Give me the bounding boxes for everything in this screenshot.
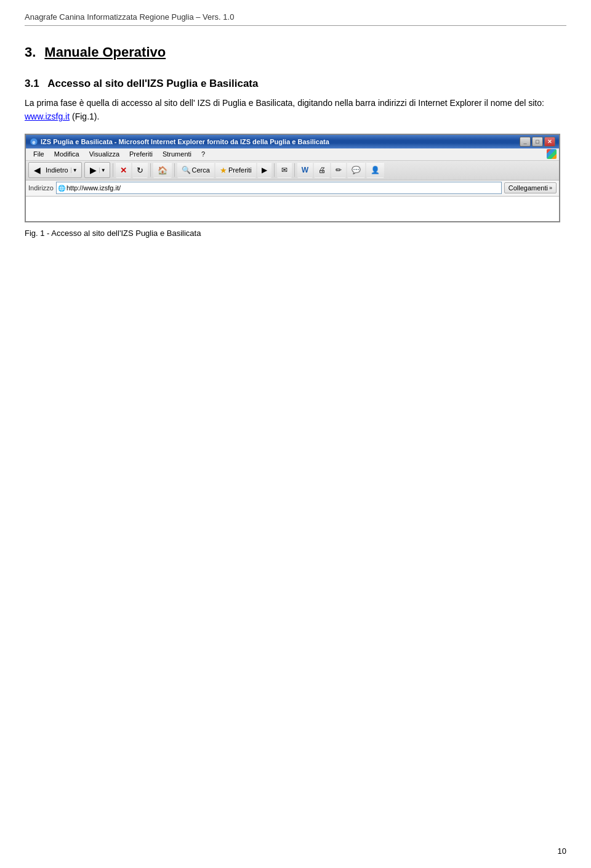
contact-icon: 👤: [371, 166, 380, 174]
figure-caption: Fig. 1 - Accesso al sito dell'IZS Puglia…: [25, 229, 566, 238]
menu-preferiti[interactable]: Preferiti: [124, 150, 158, 158]
forward-arrow-icon: ▶: [87, 165, 99, 175]
stop-button[interactable]: ✕: [116, 162, 131, 178]
address-lock-icon: 🌐: [58, 185, 65, 192]
section-title: Manuale Operativo: [44, 44, 166, 60]
links-label: Collegamenti: [509, 184, 548, 192]
links-arrow-icon: »: [549, 185, 552, 191]
print-button[interactable]: 🖨: [314, 162, 330, 178]
address-input-wrap[interactable]: 🌐: [56, 182, 502, 194]
header-title: Anagrafe Canina Informatizzata Regione P…: [25, 12, 234, 22]
toolbar-separator-1: [113, 163, 113, 177]
address-label: Indirizzo: [28, 184, 54, 192]
browser-titlebar: e IZS Puglia e Basilicata - Microsoft In…: [26, 135, 559, 148]
home-icon: 🏠: [158, 166, 167, 175]
toolbar-separator-5: [294, 163, 295, 177]
back-button[interactable]: ◀ Indietro ▼: [28, 162, 82, 178]
svg-text:e: e: [32, 139, 35, 145]
media-icon: ▶: [262, 166, 267, 174]
toolbar-separator-2: [150, 163, 151, 177]
toolbar-separator-4: [274, 163, 275, 177]
toolbar-separator-3: [174, 163, 175, 177]
links-button[interactable]: Collegamenti »: [504, 182, 557, 193]
titlebar-left: e IZS Puglia e Basilicata - Microsoft In…: [30, 137, 329, 146]
contact-button[interactable]: 👤: [366, 162, 384, 178]
back-arrow-icon: ◀: [31, 165, 43, 175]
page-header: Anagrafe Canina Informatizzata Regione P…: [25, 12, 566, 26]
menu-strumenti[interactable]: Strumenti: [158, 150, 196, 158]
back-dropdown-icon[interactable]: ▼: [71, 168, 79, 173]
mail-icon: ✉: [281, 166, 287, 174]
maximize-button[interactable]: □: [532, 137, 543, 147]
forward-button[interactable]: ▶ ▼: [84, 162, 110, 178]
browser-toolbar: ◀ Indietro ▼ ▶ ▼ ✕ ↻ 🏠 🔍 Cerca: [26, 161, 559, 180]
word-button[interactable]: W: [297, 162, 313, 178]
browser-addressbar: Indirizzo 🌐 Collegamenti »: [26, 180, 559, 197]
back-label: Indietro: [43, 166, 71, 174]
word-icon: W: [302, 166, 308, 174]
browser-title-text: IZS Puglia e Basilicata - Microsoft Inte…: [41, 138, 329, 145]
page-number: 10: [558, 846, 566, 856]
discuss-icon: 💬: [352, 166, 361, 174]
subsection-title: 3.1 Accesso al sito dell'IZS Puglia e Ba…: [25, 78, 258, 89]
minimize-button[interactable]: _: [520, 137, 531, 147]
menu-visualizza[interactable]: Visualizza: [84, 150, 124, 158]
close-button[interactable]: ✕: [544, 137, 555, 147]
print-icon: 🖨: [318, 166, 326, 174]
refresh-button[interactable]: ↻: [132, 162, 148, 178]
search-label: Cerca: [192, 166, 210, 174]
section-number: 3.: [25, 44, 36, 60]
search-button[interactable]: 🔍 Cerca: [177, 162, 214, 178]
home-button[interactable]: 🏠: [153, 162, 172, 178]
browser-content: [26, 197, 559, 221]
edit-button[interactable]: ✏: [331, 162, 346, 178]
favorites-button[interactable]: ★ Preferiti: [215, 162, 256, 178]
titlebar-controls[interactable]: _ □ ✕: [520, 137, 555, 147]
address-input[interactable]: [66, 184, 500, 192]
star-icon: ★: [220, 166, 227, 175]
search-icon: 🔍: [182, 166, 191, 174]
browser-menubar: File Modifica Visualizza Preferiti Strum…: [26, 148, 559, 161]
favorites-label: Preferiti: [228, 166, 252, 174]
browser-screenshot: e IZS Puglia e Basilicata - Microsoft In…: [25, 134, 560, 222]
stop-icon: ✕: [120, 166, 127, 175]
body-paragraph: La prima fase è quella di accesso al sit…: [25, 96, 566, 124]
menu-help[interactable]: ?: [196, 150, 210, 158]
discuss-button[interactable]: 💬: [347, 162, 365, 178]
back-forward-group[interactable]: ◀ Indietro ▼: [28, 162, 82, 178]
edit-icon: ✏: [336, 166, 342, 174]
menu-file[interactable]: File: [28, 150, 49, 158]
browser-app-icon: e: [30, 137, 38, 146]
mail-button[interactable]: ✉: [277, 162, 292, 178]
forward-dropdown-icon[interactable]: ▼: [99, 168, 107, 173]
menu-modifica[interactable]: Modifica: [49, 150, 84, 158]
refresh-icon: ↻: [137, 166, 143, 175]
izsfg-link[interactable]: www.izsfg.it: [25, 112, 70, 121]
media-button[interactable]: ▶: [257, 162, 271, 178]
windows-logo: [547, 149, 557, 159]
